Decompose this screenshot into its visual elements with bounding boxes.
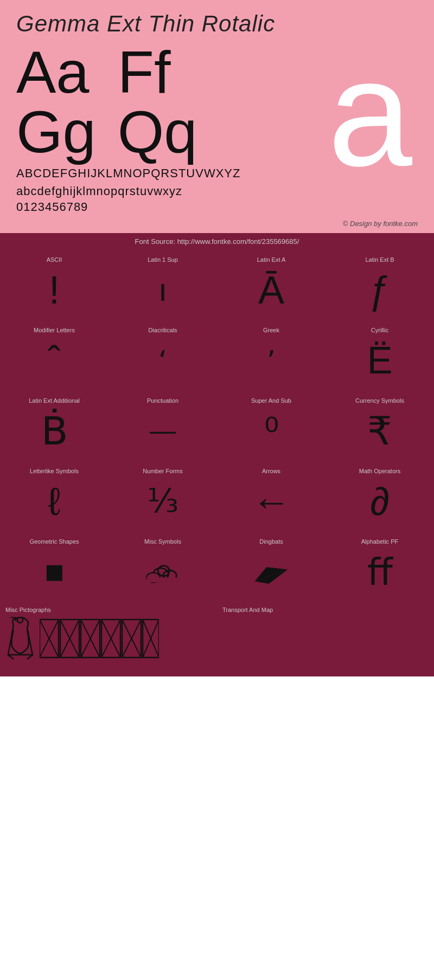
- charset-modifier: Modifier Letters ˆ: [0, 320, 108, 391]
- charset-punctuation: Punctuation —: [108, 391, 217, 461]
- credit-text: © Design by fontke.com: [16, 220, 418, 228]
- bottom-labels-row: Misc Pictographs Transport And Map: [0, 602, 434, 614]
- plane-icon: [252, 553, 290, 591]
- charset-latinextb: Latin Ext B ƒ: [326, 250, 434, 320]
- numbers: 0123456789: [16, 200, 418, 214]
- font-preview-section: Gemma Ext Thin Rotalic Aa Gg Ff Qq a ABC…: [0, 0, 434, 233]
- charset-greek: Greek ʼ: [217, 320, 326, 391]
- charset-section: Font Source: http://www.fontke.com/font/…: [0, 233, 434, 676]
- bottom-pictographs-row: [0, 614, 434, 676]
- charset-geoshapes: Geometric Shapes ■: [0, 532, 108, 602]
- charset-latinexta: Latin Ext A Ā: [217, 250, 326, 320]
- box-pattern-icon: [40, 617, 159, 660]
- charset-latinextadd: Latin Ext Additional Ḃ: [0, 391, 108, 461]
- misc-pictographs-label: Misc Pictographs: [0, 602, 217, 614]
- font-source: Font Source: http://www.fontke.com/font/…: [0, 233, 434, 250]
- charset-grid: ASCII ! Latin 1 Sup ı Latin Ext A Ā Lati…: [0, 250, 434, 602]
- letter-pair-aa: Aa Gg: [16, 42, 118, 162]
- svg-point-8: [17, 617, 23, 623]
- charset-diacriticals: Diacriticals ʻ: [108, 320, 217, 391]
- charset-currency: Currency Symbols ₹: [326, 391, 434, 461]
- large-letter-display: Aa Gg Ff Qq a: [16, 42, 418, 162]
- charset-letterlike: Letterlike Symbols ℓ: [0, 461, 108, 532]
- charset-arrows: Arrows ←: [217, 461, 326, 532]
- charset-latin1sup: Latin 1 Sup ı: [108, 250, 217, 320]
- charset-dingbats: Dingbats: [217, 532, 326, 602]
- cloud-icon: [144, 553, 182, 591]
- letter-pair-ff: Ff Qq: [118, 42, 219, 162]
- charset-superandsub: Super And Sub ⁰: [217, 391, 326, 461]
- charset-mathops: Math Operators ∂: [326, 461, 434, 532]
- svg-point-5: [147, 573, 159, 582]
- charset-miscsymbols: Misc Symbols: [108, 532, 217, 602]
- charset-alphabeticpf: Alphabetic PF ﬀ: [326, 532, 434, 602]
- transport-map-label: Transport And Map: [217, 602, 434, 614]
- figure-icon: [5, 617, 35, 660]
- transport-map-symbols: [217, 614, 434, 666]
- charset-cyrillic: Cyrillic Ё: [326, 320, 434, 391]
- charset-numberforms: Number Forms ⅓: [108, 461, 217, 532]
- charset-ascii: ASCII !: [0, 250, 108, 320]
- misc-pictographs-symbols: [0, 614, 217, 666]
- big-letter-a: a: [328, 37, 412, 189]
